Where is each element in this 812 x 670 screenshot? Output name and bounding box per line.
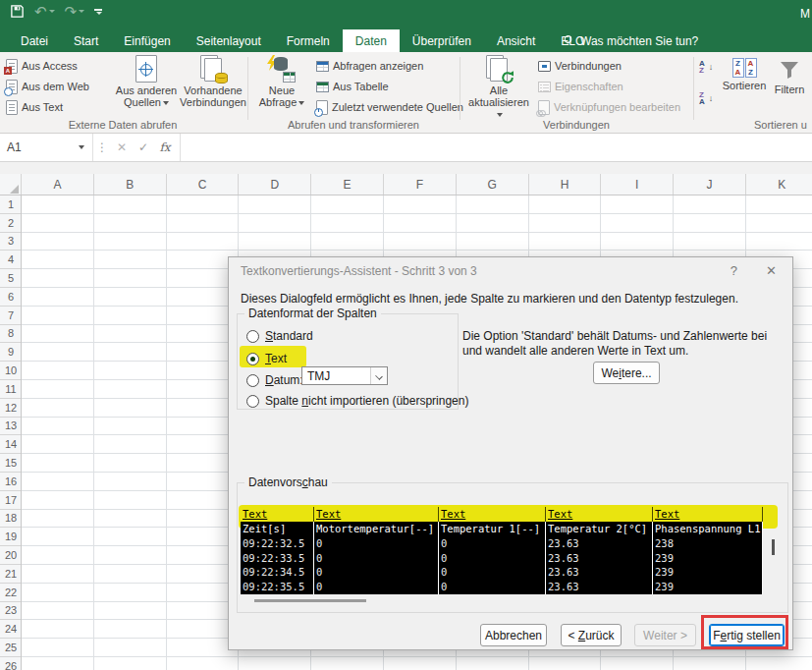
zuletzt-verwendete-quellen-button[interactable]: Zuletzt verwendete Quellen (316, 98, 463, 116)
sort-ascending-button[interactable]: AZ ↓ (699, 58, 713, 76)
row-header[interactable]: 10 (0, 362, 22, 380)
row-header[interactable]: 21 (0, 565, 22, 584)
group-label-sortieren: Sortieren u (754, 119, 812, 131)
row-header[interactable]: 13 (0, 418, 22, 436)
dialog-help-icon[interactable]: ? (731, 263, 737, 278)
preview-column[interactable]: Text Temperatur 1[--] 0 0 0 0 (439, 507, 546, 594)
radio-datum[interactable]: Datum: (246, 372, 303, 388)
row-header[interactable]: 7 (0, 307, 22, 325)
weiter-button: Weiter > (634, 624, 696, 646)
radio-text[interactable]: Text (246, 351, 287, 366)
ribbon-tab[interactable]: Überprüfen (400, 29, 484, 52)
filtern-button[interactable]: Filtern (768, 55, 811, 124)
preview-column[interactable]: Text Motortemperatur[--] 0 0 0 0 (314, 507, 439, 594)
dialog-close-icon[interactable]: ✕ (766, 263, 777, 278)
ribbon-tab[interactable]: Start (61, 29, 111, 52)
preview-column[interactable]: Text Phasenspannung L1 238 239 239 239 (653, 507, 763, 594)
aus-access-button[interactable]: A Aus Access (6, 57, 78, 75)
cancel-entry-button[interactable]: ✕ (111, 140, 133, 154)
column-header[interactable]: A (22, 174, 94, 195)
row-header[interactable]: 4 (0, 251, 22, 269)
column-header[interactable]: G (457, 174, 529, 195)
preview-horizontal-scrollbar[interactable] (254, 599, 366, 602)
aus-tabelle-button[interactable]: Aus Tabelle (316, 78, 389, 95)
aus-text-button[interactable]: Aus Text (6, 98, 63, 116)
radio-circle[interactable] (246, 374, 259, 387)
column-header[interactable]: J (674, 174, 746, 195)
tell-me-box[interactable]: Was möchten Sie tun? (552, 29, 708, 52)
radio-circle[interactable] (246, 330, 259, 343)
column-header[interactable]: B (94, 174, 167, 195)
row-header[interactable]: 23 (0, 602, 22, 621)
redo-button[interactable]: ↷ (65, 4, 85, 19)
ribbon-tab[interactable]: Ansicht (484, 29, 548, 52)
ribbon-tab[interactable]: Datei (8, 29, 61, 52)
row-header[interactable]: 6 (0, 288, 22, 307)
ribbon-tab[interactable]: Seitenlayout (184, 29, 274, 52)
aus-dem-web-button[interactable]: Aus dem Web (6, 78, 89, 95)
row-header[interactable]: 26 (0, 657, 22, 670)
column-header[interactable]: E (311, 174, 384, 195)
radio-skip-column[interactable]: Spalte nicht importieren (überspringen) (246, 393, 468, 409)
row-header[interactable]: 25 (0, 639, 22, 657)
sortieren-button[interactable]: ZA AZ Sortieren (723, 55, 766, 124)
sort-descending-button[interactable]: ZA ↓ (699, 89, 713, 107)
abbrechen-button[interactable]: Abbrechen (480, 624, 547, 646)
row-header[interactable]: 20 (0, 546, 22, 565)
verbindungen-button[interactable]: Verbindungen (538, 57, 622, 75)
row-header[interactable]: 16 (0, 473, 22, 491)
ribbon-tab[interactable]: Einfügen (111, 29, 183, 52)
name-box-caret[interactable] (79, 145, 84, 149)
preview-column[interactable]: Text Temperatur 2[°C] 23.63 23.63 23.63 … (546, 507, 653, 594)
preview-vertical-scrollbar[interactable] (772, 539, 775, 555)
confirm-entry-button[interactable]: ✓ (133, 140, 154, 154)
column-header[interactable]: I (601, 174, 674, 195)
row-header[interactable]: 24 (0, 620, 22, 639)
name-box[interactable]: A1 (0, 134, 93, 161)
row-header[interactable]: 14 (0, 435, 22, 454)
ribbon-tab[interactable]: Formeln (274, 29, 343, 52)
column-header[interactable]: F (384, 174, 457, 195)
row-header[interactable]: 9 (0, 343, 22, 362)
row-header[interactable]: 19 (0, 528, 22, 546)
aus-anderen-quellen-button[interactable]: Aus anderen Quellen (114, 55, 179, 124)
row-header[interactable]: 2 (0, 214, 22, 233)
select-all-corner[interactable] (0, 174, 22, 195)
radio-circle-selected[interactable] (246, 353, 259, 365)
row-header[interactable]: 17 (0, 491, 22, 510)
row-header[interactable]: 1 (0, 195, 22, 214)
row-header[interactable]: 12 (0, 399, 22, 418)
row-header[interactable]: 11 (0, 380, 22, 399)
ribbon-tab[interactable]: Daten (343, 29, 400, 52)
preview-cell: 23.63 (546, 565, 653, 580)
formula-input[interactable] (181, 134, 812, 161)
row-header[interactable]: 5 (0, 269, 22, 288)
zurueck-button[interactable]: < Zurück (561, 624, 622, 646)
undo-button[interactable]: ↶ (34, 4, 55, 19)
row-header[interactable]: 8 (0, 325, 22, 344)
save-icon[interactable] (10, 4, 25, 19)
insert-function-button[interactable]: fx (154, 140, 176, 154)
date-format-dropdown[interactable]: TMJ (301, 366, 388, 385)
column-header[interactable]: H (529, 174, 602, 195)
column-header[interactable]: C (167, 174, 240, 195)
row-header[interactable]: 15 (0, 454, 22, 473)
preview-column[interactable]: Text Zeit[s] 09:22:32.5 09:22:33.5 09:22… (241, 507, 314, 594)
row-header[interactable]: 3 (0, 233, 22, 251)
vorhandene-verbindungen-button[interactable]: Vorhandene Verbindungen (181, 55, 245, 124)
customize-qat-button[interactable] (94, 9, 102, 15)
recent-sources-icon (316, 100, 328, 115)
dialog-title-bar[interactable]: Textkonvertierungs-Assistent - Schritt 3… (229, 257, 792, 284)
column-header[interactable]: D (239, 174, 311, 195)
column-header[interactable]: K (746, 174, 812, 195)
weitere-button[interactable]: Weitere... (593, 362, 660, 384)
radio-standard[interactable]: Standard (246, 328, 313, 344)
dropdown-caret (163, 101, 169, 105)
row-header[interactable]: 18 (0, 510, 22, 529)
preview-column-type: Text (314, 507, 439, 522)
neue-abfrage-button[interactable]: Neue Abfrage (253, 55, 310, 124)
row-header[interactable]: 22 (0, 584, 22, 602)
abfragen-anzeigen-button[interactable]: Abfragen anzeigen (316, 57, 423, 75)
radio-circle[interactable] (246, 395, 259, 408)
alle-aktualisieren-button[interactable]: Alle aktualisieren (465, 55, 532, 124)
